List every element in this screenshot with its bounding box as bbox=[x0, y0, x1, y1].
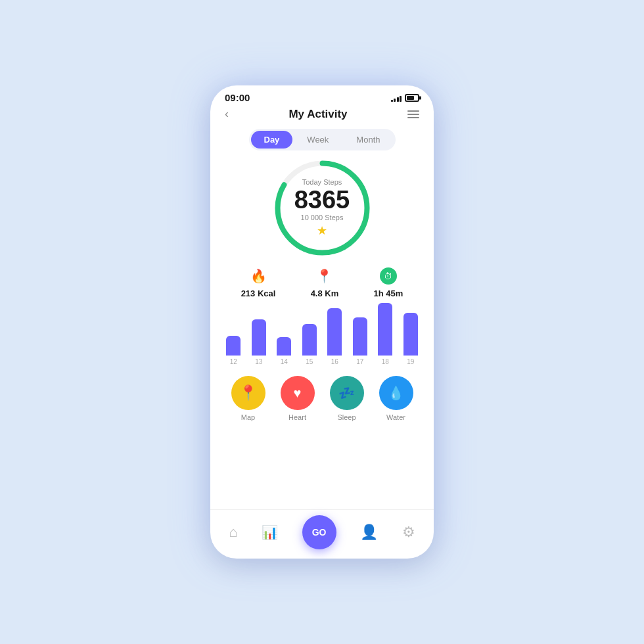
time-value: 1h 45m bbox=[374, 288, 403, 298]
steps-section: Today Steps 8365 10 000 Steps ★ bbox=[210, 157, 434, 259]
status-icons bbox=[391, 94, 420, 102]
bar-col-17: 17 bbox=[353, 317, 367, 365]
stats-row: 🔥 213 Kcal 📍 4.8 Km ⏱ 1h 45m bbox=[210, 265, 434, 298]
heart-label: Heart bbox=[288, 413, 306, 421]
battery-icon bbox=[405, 94, 419, 102]
action-sleep[interactable]: 💤 Sleep bbox=[330, 376, 364, 421]
bar-col-16: 16 bbox=[327, 308, 342, 365]
menu-button[interactable] bbox=[407, 110, 419, 118]
action-water[interactable]: 💧 Water bbox=[379, 376, 413, 421]
bar-label-13: 13 bbox=[255, 358, 262, 365]
stat-time: ⏱ 1h 45m bbox=[374, 265, 403, 298]
signal-icon bbox=[391, 94, 402, 102]
bar-col-12: 12 bbox=[226, 336, 241, 365]
settings-icon: ⚙ bbox=[402, 524, 415, 541]
status-time: 09:00 bbox=[225, 92, 250, 103]
tab-group: Day Week Month bbox=[249, 129, 396, 150]
bar-label-17: 17 bbox=[356, 358, 363, 365]
bar-19 bbox=[403, 313, 418, 356]
bar-col-18: 18 bbox=[378, 303, 392, 365]
bar-13 bbox=[252, 319, 266, 356]
sleep-label: Sleep bbox=[337, 413, 356, 421]
stats-icon: 📊 bbox=[262, 524, 278, 540]
bar-17 bbox=[353, 317, 367, 356]
stat-calories: 🔥 213 Kcal bbox=[241, 265, 276, 298]
distance-value: 4.8 Km bbox=[311, 288, 339, 298]
bar-18 bbox=[378, 303, 392, 356]
page-title: My Activity bbox=[288, 108, 347, 121]
steps-content: Today Steps 8365 10 000 Steps ★ bbox=[271, 157, 373, 259]
bar-col-14: 14 bbox=[277, 337, 291, 365]
menu-line bbox=[407, 114, 419, 115]
calories-value: 213 Kcal bbox=[241, 288, 276, 298]
bar-12 bbox=[226, 336, 241, 356]
nav-profile[interactable]: 👤 bbox=[360, 524, 378, 541]
location-icon: 📍 bbox=[314, 265, 335, 287]
bar-14 bbox=[277, 337, 291, 356]
water-icon: 💧 bbox=[379, 376, 413, 410]
steps-count: 8365 bbox=[294, 187, 350, 212]
bar-col-15: 15 bbox=[302, 324, 317, 365]
steps-star: ★ bbox=[317, 223, 327, 238]
status-bar: 09:00 bbox=[210, 85, 434, 106]
tab-day[interactable]: Day bbox=[251, 131, 293, 149]
nav-home[interactable]: ⌂ bbox=[229, 524, 237, 541]
map-label: Map bbox=[241, 413, 255, 421]
profile-icon: 👤 bbox=[360, 524, 378, 541]
action-heart[interactable]: ♥ Heart bbox=[281, 376, 315, 421]
bar-15 bbox=[302, 324, 317, 356]
bar-label-18: 18 bbox=[382, 358, 389, 365]
chart-section: 12 13 14 15 16 17 bbox=[210, 308, 434, 367]
bar-chart: 12 13 14 15 16 17 bbox=[221, 308, 423, 367]
steps-today-label: Today Steps bbox=[302, 178, 342, 186]
sleep-icon: 💤 bbox=[330, 376, 364, 410]
tab-month[interactable]: Month bbox=[343, 131, 393, 149]
phone-frame: 09:00 ‹ My Activity Day Week Month bbox=[210, 85, 434, 559]
nav-settings[interactable]: ⚙ bbox=[402, 524, 415, 541]
header: ‹ My Activity bbox=[210, 106, 434, 126]
quick-actions: 📍 Map ♥ Heart 💤 Sleep 💧 Water bbox=[210, 376, 434, 421]
menu-line bbox=[407, 110, 419, 112]
bar-16 bbox=[327, 308, 342, 356]
bar-label-12: 12 bbox=[230, 358, 237, 365]
bottom-nav: ⌂ 📊 GO 👤 ⚙ bbox=[210, 509, 434, 559]
bar-label-19: 19 bbox=[407, 358, 414, 365]
stat-distance: 📍 4.8 Km bbox=[311, 265, 339, 298]
bar-col-13: 13 bbox=[252, 319, 266, 365]
steps-goal: 10 000 Steps bbox=[301, 214, 344, 221]
home-icon: ⌂ bbox=[229, 524, 237, 541]
back-button[interactable]: ‹ bbox=[225, 107, 229, 121]
tab-switcher: Day Week Month bbox=[210, 129, 434, 150]
steps-ring: Today Steps 8365 10 000 Steps ★ bbox=[271, 157, 373, 259]
action-map[interactable]: 📍 Map bbox=[231, 376, 265, 421]
menu-line bbox=[407, 117, 419, 118]
water-label: Water bbox=[386, 413, 405, 421]
bar-label-15: 15 bbox=[306, 358, 313, 365]
heart-icon: ♥ bbox=[281, 376, 315, 410]
go-button[interactable]: GO bbox=[302, 515, 336, 549]
bar-label-16: 16 bbox=[331, 358, 338, 365]
bar-col-19: 19 bbox=[403, 313, 418, 365]
nav-stats[interactable]: 📊 bbox=[262, 524, 278, 540]
clock-icon: ⏱ bbox=[378, 265, 399, 287]
tab-week[interactable]: Week bbox=[294, 131, 342, 149]
flame-icon: 🔥 bbox=[248, 265, 269, 287]
map-icon: 📍 bbox=[231, 376, 265, 410]
bar-label-14: 14 bbox=[281, 358, 288, 365]
